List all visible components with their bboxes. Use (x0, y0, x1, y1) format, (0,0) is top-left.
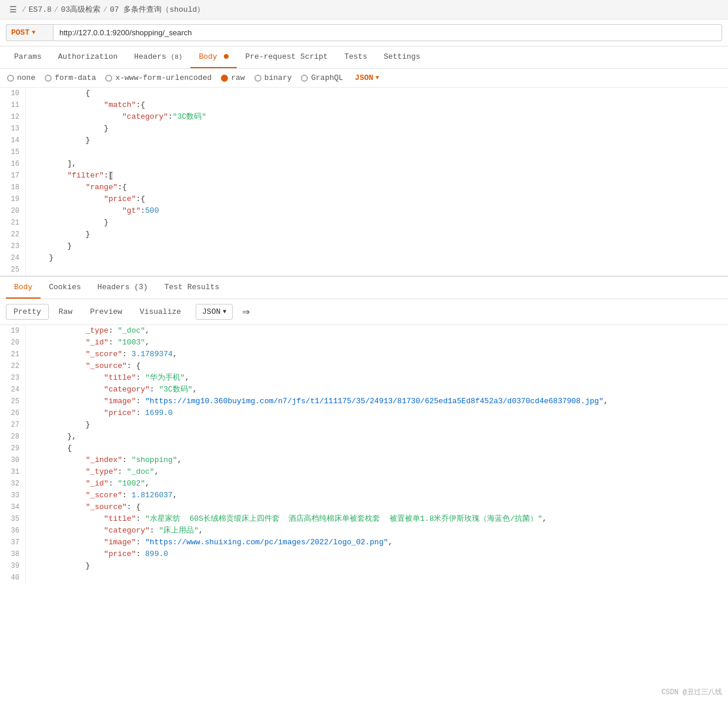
radio-binary (254, 75, 261, 82)
radio-graphql (301, 75, 308, 82)
tab-params[interactable]: Params (6, 46, 50, 68)
body-active-dot (224, 54, 229, 59)
tab-pre-request[interactable]: Pre-request Script (237, 46, 336, 68)
chevron-down-icon: ▼ (32, 29, 35, 36)
option-raw[interactable]: raw (221, 73, 244, 82)
option-graphql[interactable]: GraphQL (301, 73, 343, 82)
view-tab-preview[interactable]: Preview (82, 304, 130, 320)
top-bar: ☰ / ES7.8 / 03高级检索 / 07 多条件查询（should） (0, 0, 728, 19)
response-tabs: Body Cookies Headers (3) Test Results (0, 277, 728, 299)
chevron-down-icon: ▼ (375, 75, 379, 81)
code-line-12: 12 "category":"3C数码" (0, 111, 728, 123)
json-format-dropdown[interactable]: JSON ▼ (355, 73, 379, 82)
resp-line-34: 34 "_source": { (0, 501, 728, 513)
code-line-13: 13 } (0, 123, 728, 135)
option-binary[interactable]: binary (254, 73, 292, 82)
resp-line-25: 25 "image": "https://img10.360buyimg.com… (0, 396, 728, 407)
resp-tab-test-results[interactable]: Test Results (156, 277, 228, 299)
resp-line-32: 32 "_id": "1002", (0, 478, 728, 490)
resp-line-36: 36 "category": "床上用品", (0, 525, 728, 537)
view-tabs: Pretty Raw Preview Visualize JSON ▼ ⇒ (0, 299, 728, 325)
response-format-dropdown[interactable]: JSON ▼ (196, 304, 233, 320)
tab-settings[interactable]: Settings (375, 46, 428, 68)
resp-line-19: 19 _type: "_doc", (0, 325, 728, 337)
code-line-17: 17 "filter":[ (0, 170, 728, 182)
resp-tab-body[interactable]: Body (6, 277, 41, 299)
code-line-15: 15 (0, 146, 728, 158)
response-body: 19 _type: "_doc", 20 "_id": "1003", 21 "… (0, 325, 728, 584)
resp-line-26: 26 "price": 1699.0 (0, 407, 728, 419)
radio-urlencoded (105, 75, 112, 82)
resp-tab-cookies[interactable]: Cookies (41, 277, 89, 299)
tab-headers[interactable]: Headers (8) (126, 46, 190, 68)
resp-line-38: 38 "price": 899.0 (0, 548, 728, 560)
radio-raw (221, 75, 228, 82)
body-options: none form-data x-www-form-urlencoded raw… (0, 69, 728, 88)
request-body-editor[interactable]: 10 { 11 "match":{ 12 "category":"3C数码" 1… (0, 88, 728, 277)
code-line-20: 20 "gt":500 (0, 205, 728, 217)
resp-line-37: 37 "image": "https://www.shuixing.com/pc… (0, 537, 728, 548)
resp-line-39: 39 } (0, 560, 728, 572)
breadcrumb-file: 07 多条件查询（should） (110, 4, 204, 15)
radio-form-data (45, 75, 52, 82)
resp-line-22: 22 "_source": { (0, 360, 728, 372)
request-tabs: Params Authorization Headers (8) Body Pr… (0, 46, 728, 69)
resp-line-28: 28 }, (0, 431, 728, 443)
option-none[interactable]: none (7, 73, 35, 82)
resp-line-20: 20 "_id": "1003", (0, 337, 728, 349)
code-line-21: 21 } (0, 217, 728, 229)
option-urlencoded[interactable]: x-www-form-urlencoded (105, 73, 212, 82)
code-line-10: 10 { (0, 88, 728, 99)
breadcrumb-folder: 03高级检索 (61, 4, 101, 15)
view-tab-pretty[interactable]: Pretty (6, 304, 49, 320)
url-input[interactable] (53, 24, 722, 41)
resp-line-21: 21 "_score": 3.1789374, (0, 349, 728, 360)
tab-tests[interactable]: Tests (336, 46, 375, 68)
resp-tab-headers[interactable]: Headers (3) (89, 277, 156, 299)
code-line-25: 25 (0, 264, 728, 276)
option-form-data[interactable]: form-data (45, 73, 96, 82)
resp-line-24: 24 "category": "3C数码", (0, 384, 728, 396)
code-line-24: 24 } (0, 252, 728, 264)
code-line-22: 22 } (0, 229, 728, 240)
view-tab-visualize[interactable]: Visualize (132, 304, 189, 320)
resp-line-35: 35 "title": "水星家纺 60S长绒棉贡缎床上四件套 酒店高档纯棉床单… (0, 513, 728, 525)
method-select[interactable]: POST ▼ (6, 24, 53, 41)
response-format-label: JSON (202, 307, 220, 316)
code-line-14: 14 } (0, 135, 728, 146)
tab-authorization[interactable]: Authorization (50, 46, 126, 68)
resp-line-27: 27 } (0, 419, 728, 431)
resp-line-30: 30 "_index": "shopping", (0, 454, 728, 466)
code-line-11: 11 "match":{ (0, 99, 728, 111)
resp-line-31: 31 "_type": "_doc", (0, 466, 728, 478)
code-line-23: 23 } (0, 240, 728, 252)
tab-body[interactable]: Body (190, 46, 237, 68)
method-label: POST (11, 28, 29, 37)
code-line-18: 18 "range":{ (0, 182, 728, 193)
chevron-down-icon: ▼ (223, 309, 226, 315)
radio-none (7, 75, 14, 82)
resp-line-40: 40 (0, 572, 728, 584)
resp-line-23: 23 "title": "华为手机", (0, 372, 728, 384)
code-line-19: 19 "price":{ (0, 193, 728, 205)
menu-icon[interactable]: ☰ (7, 4, 19, 15)
code-line-16: 16 ], (0, 158, 728, 170)
resp-line-29: 29 { (0, 443, 728, 454)
request-bar: POST ▼ (0, 19, 728, 46)
breadcrumb-es: ES7.8 (29, 5, 52, 14)
filter-icon[interactable]: ⇒ (240, 304, 252, 320)
resp-line-33: 33 "_score": 1.8126037, (0, 490, 728, 501)
view-tab-raw[interactable]: Raw (51, 304, 80, 320)
